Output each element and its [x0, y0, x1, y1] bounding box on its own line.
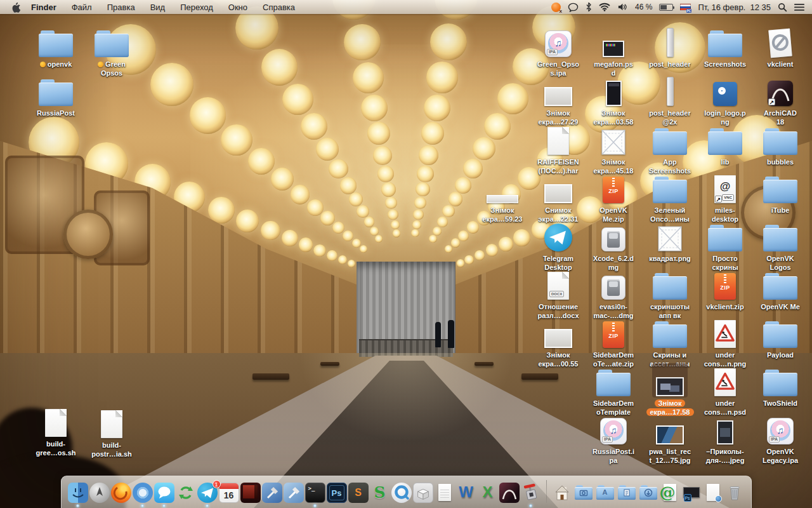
dock-chromium[interactable] [133, 483, 153, 503]
app-menu-finder[interactable]: Finder [31, 3, 56, 12]
icon-label: RussiaPost [23, 109, 89, 117]
home-folder-icon [552, 483, 572, 503]
dock-firefox[interactable] [111, 483, 131, 503]
folder-icon [708, 225, 742, 251]
dock-psd-file[interactable]: Ps [681, 483, 702, 503]
menu-edit[interactable]: Правка [107, 3, 135, 12]
folder-icon [763, 273, 797, 300]
desktop-icon-itube[interactable]: iTube [747, 170, 812, 215]
menu-view[interactable]: Вид [150, 3, 166, 12]
applications-folder-icon: A [595, 483, 615, 503]
sync-arrows-icon [176, 483, 196, 503]
dock-sync-app[interactable] [176, 483, 196, 503]
dock-archicad[interactable] [499, 483, 520, 503]
screenshot-thumbnail-icon [544, 329, 572, 348]
desktop-icon-green-opsos[interactable]: Green Opsos [79, 24, 145, 77]
dock-vnc-file[interactable]: @ [660, 483, 680, 503]
desktop-icon-openvk-legacy-ipa[interactable]: ♫IPAOpenVK Legacy.ipa [747, 411, 812, 465]
orange-app-status-icon[interactable] [551, 3, 561, 12]
icon-label: bubbles [747, 157, 812, 166]
desktop-icon-russiapost[interactable]: RussiaPost [23, 73, 89, 117]
icon-label: OpenVK Legacy.ipa [747, 447, 812, 465]
pacifist-icon [521, 483, 541, 503]
desktop-icon-vkclient[interactable]: vkclient [747, 24, 812, 69]
ipa-file-icon: ♫IPA [545, 30, 572, 57]
spotlight-icon[interactable] [778, 3, 787, 12]
dock-downloads-stack[interactable] [638, 483, 658, 503]
finder-icon [68, 483, 88, 503]
icon-label: build- postr…ia.sh [79, 441, 145, 458]
volume-icon[interactable] [617, 3, 628, 11]
dock-launchpad[interactable] [89, 483, 110, 503]
icon-label: Payload [747, 351, 812, 359]
menu-go[interactable]: Переход [180, 3, 213, 12]
document-icon [547, 127, 569, 155]
broken-image-icon [601, 130, 625, 155]
running-indicator [313, 504, 317, 507]
dock-xcode[interactable] [262, 483, 282, 503]
archicad-icon [499, 483, 520, 503]
dock-word[interactable]: W [456, 483, 476, 503]
documents-folder-icon [617, 483, 637, 503]
menu-window[interactable]: Окно [228, 3, 247, 12]
dock-xcode-alt[interactable] [284, 483, 304, 503]
apple-icon [11, 2, 21, 13]
pictures-folder-icon [573, 483, 594, 503]
xcode-alt-icon [284, 483, 304, 503]
dock-excel[interactable]: X [478, 483, 498, 503]
dock-documents-stack[interactable] [617, 483, 637, 503]
dock-text-document[interactable] [435, 483, 455, 503]
dock-trash[interactable] [724, 483, 745, 503]
bluetooth-icon[interactable] [586, 2, 592, 12]
desktop-icon-twoshield[interactable]: TwoShield [747, 363, 812, 408]
no-entry-document-icon [768, 29, 792, 58]
dock-pictures-stack[interactable] [573, 483, 594, 503]
dock-video-player[interactable] [240, 483, 261, 503]
under-construction-image-icon [714, 368, 736, 396]
ipa-file-icon: ♫IPA [600, 418, 627, 444]
dock-calendar[interactable]: 16 [219, 483, 239, 503]
dock-photoshop[interactable]: Ps [327, 483, 347, 503]
dock-pacifist[interactable] [521, 483, 541, 503]
dock-home-folder[interactable] [552, 483, 572, 503]
menu-file[interactable]: Файл [72, 3, 92, 12]
dock-word-file[interactable] [703, 483, 723, 503]
dark-image-thumbnail-icon [717, 420, 733, 444]
dock-installer[interactable] [413, 483, 433, 503]
green-s-app-icon: S [370, 483, 390, 503]
wifi-icon[interactable] [599, 3, 610, 11]
dock-messages[interactable] [154, 483, 174, 503]
menu-bar-left: Finder ФайлПравкаВидПереходОкноСправка [8, 2, 310, 13]
docx-document-icon: DOCX [547, 272, 569, 300]
notification-center-icon[interactable] [794, 3, 804, 11]
keyboard-flag-ru[interactable]: РС [680, 4, 691, 11]
dock-finder[interactable] [68, 483, 88, 503]
menu-items: ФайлПравкаВидПереходОкноСправка [72, 3, 310, 12]
battery-percent: 46 % [635, 3, 652, 11]
folder-icon [653, 273, 687, 300]
desktop-icon-openvk-me[interactable]: OpenVK Me [747, 267, 812, 311]
folder-icon [653, 177, 687, 203]
screenshot-wide-thumbnail-icon [487, 195, 518, 203]
desktop-icon-payload[interactable]: Payload [747, 315, 812, 359]
desktop-icon-openvk-logos[interactable]: OpenVK Logos [747, 218, 812, 272]
desktop-icon-archicad-18[interactable]: ↗ArchiCAD 18 [747, 73, 812, 126]
desktop-icon-bubbles[interactable]: bubbles [747, 122, 812, 166]
dock-applications-stack[interactable]: A [595, 483, 615, 503]
desktop-icon-build-postr-ia-sh[interactable]: build- postr…ia.sh [79, 405, 145, 458]
vnc-document-icon: @VNC↗ [714, 175, 736, 203]
apple-menu[interactable] [11, 2, 21, 13]
dock-quicktime[interactable] [391, 483, 412, 503]
zip-archive-icon: ZIP [603, 177, 624, 203]
chat-bubble-icon[interactable] [568, 3, 579, 12]
xcode-icon [262, 483, 282, 503]
dock-green-s-app[interactable]: S [370, 483, 390, 503]
folder-icon [763, 321, 797, 348]
battery-icon[interactable] [659, 4, 673, 11]
dock-separator [546, 480, 547, 503]
dock-telegram[interactable]: 1 [197, 483, 218, 503]
menu-clock[interactable]: Пт, 16 февр. 12 35 [698, 3, 771, 12]
menu-help[interactable]: Справка [263, 3, 295, 12]
dock-sublime-text[interactable]: S [348, 483, 369, 503]
dock-terminal[interactable]: >_ [305, 483, 325, 503]
